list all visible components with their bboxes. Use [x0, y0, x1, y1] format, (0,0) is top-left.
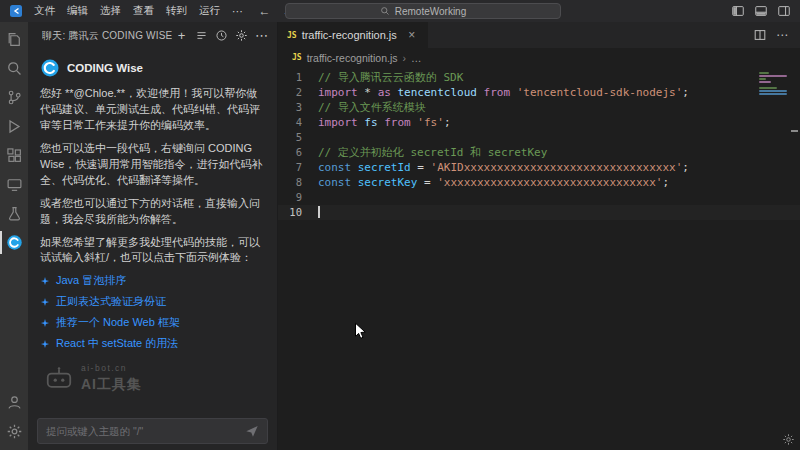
code-line-6[interactable]: 6// 定义并初始化 secretId 和 secretKey: [278, 145, 800, 160]
debug-icon: [6, 118, 23, 135]
code-line-8[interactable]: 8const secretKey = 'xxxxxxxxxxxxxxxxxxxx…: [278, 175, 800, 190]
breadcrumb-separator: ›: [403, 52, 407, 64]
minimap[interactable]: [759, 72, 787, 102]
workbench: 聊天: 腾讯云 CODING WISE +⋯ CODING Wise 您好 **…: [0, 22, 800, 450]
new-chat-button[interactable]: +: [172, 26, 191, 45]
activity-testing[interactable]: [0, 199, 28, 228]
activity-accounts[interactable]: [0, 388, 28, 417]
activity-remote-explorer[interactable]: [0, 170, 28, 199]
code-line-4[interactable]: 4import fs from 'fs';: [278, 115, 800, 130]
tab-traffic-recognition-js[interactable]: JS traffic-recognition.js ×: [278, 22, 428, 48]
menu-选择[interactable]: 选择: [94, 0, 127, 22]
example-link[interactable]: Java 冒泡排序: [40, 273, 265, 289]
example-link[interactable]: React 中 setState 的用法: [40, 336, 265, 352]
nav-back-button[interactable]: ←: [259, 4, 271, 18]
menu-查看[interactable]: 查看: [127, 0, 160, 22]
sidebar-header: 聊天: 腾讯云 CODING WISE +⋯: [28, 22, 277, 49]
chat-history-button[interactable]: [212, 26, 231, 45]
sparkle-icon: [40, 297, 50, 307]
more-actions-button[interactable]: ⋯: [252, 26, 271, 45]
tab-close-icon[interactable]: ×: [405, 28, 419, 42]
title-bar: 文件编辑选择查看转到运行 ⋯ ← → RemoteWorking: [0, 0, 800, 22]
corner-gear-icon[interactable]: [782, 433, 795, 446]
split-editor[interactable]: [750, 25, 770, 45]
code-text: // 定义并初始化 secretId 和 secretKey: [318, 145, 547, 160]
chat-settings-button[interactable]: [232, 26, 251, 45]
chat-body: CODING Wise 您好 **@Chloe.**，欢迎使用！我可以帮你做代码…: [28, 49, 277, 450]
code-text: import * as tencentcloud from 'tencentcl…: [318, 85, 689, 100]
vscode-window: { "colors": { "accent_blue": "#3794ff", …: [0, 0, 800, 450]
text-cursor: [318, 206, 320, 218]
activity-explorer[interactable]: [0, 25, 28, 54]
code-text: [318, 205, 320, 220]
code-area[interactable]: 1// 导入腾讯云云函数的 SDK2import * as tencentclo…: [278, 67, 800, 450]
command-center[interactable]: RemoteWorking: [285, 3, 561, 19]
sparkle-icon: [40, 318, 50, 328]
code-line-10[interactable]: 10: [278, 205, 800, 220]
code-line-9[interactable]: 9: [278, 190, 800, 205]
menu-运行[interactable]: 运行: [193, 0, 226, 22]
example-links: Java 冒泡排序正则表达式验证身份证推荐一个 Node Web 框架React…: [40, 273, 265, 352]
activity-run-debug[interactable]: [0, 112, 28, 141]
source-control-icon: [6, 89, 23, 106]
tab-label: traffic-recognition.js: [302, 29, 397, 41]
chat-paragraph: 或者您也可以通过下方的对话框，直接输入问题，我会尽我所能为你解答。: [40, 196, 265, 228]
menu-overflow-button[interactable]: ⋯: [226, 5, 249, 17]
chat-paragraph: 如果您希望了解更多我处理代码的技能，可以试试输入斜杠/，也可以点击下面示例体验：: [40, 235, 265, 267]
line-number: 7: [278, 160, 318, 175]
activity-search[interactable]: [0, 54, 28, 83]
example-link-label: React 中 setState 的用法: [56, 336, 178, 352]
code-text: // 导入腾讯云云函数的 SDK: [318, 70, 463, 85]
chat-paragraph: 您好 **@Chloe.**，欢迎使用！我可以帮你做代码建议、单元测试生成、代码…: [40, 86, 265, 134]
layout-sidebar-right-icon[interactable]: [773, 2, 794, 20]
chat-sidebar: 聊天: 腾讯云 CODING WISE +⋯ CODING Wise 您好 **…: [28, 22, 278, 450]
line-number: 2: [278, 85, 318, 100]
tab-bar: JS traffic-recognition.js × ⋯: [278, 22, 800, 48]
activity-bar: [0, 22, 28, 450]
code-line-3[interactable]: 3// 导入文件系统模块: [278, 100, 800, 115]
titlebar-layout-controls: [727, 2, 800, 20]
javascript-file-icon: JS: [287, 31, 297, 40]
breadcrumb[interactable]: JS traffic-recognition.js › …: [278, 48, 800, 67]
assistant-name: CODING Wise: [67, 60, 143, 77]
example-link-label: 推荐一个 Node Web 框架: [56, 315, 180, 331]
coding-wise-avatar: [40, 58, 60, 78]
send-icon[interactable]: [245, 424, 259, 438]
activity-coding-wise-chat[interactable]: [0, 228, 28, 257]
example-link[interactable]: 推荐一个 Node Web 框架: [40, 315, 265, 331]
line-number: 9: [278, 190, 318, 205]
search-icon: [380, 6, 390, 16]
breadcrumb-more[interactable]: …: [411, 52, 422, 64]
layout-sidebar-left-icon[interactable]: [727, 2, 748, 20]
line-number: 10: [278, 205, 318, 220]
chat-list-button[interactable]: [192, 26, 211, 45]
menu-编辑[interactable]: 编辑: [61, 0, 94, 22]
activity-settings[interactable]: [0, 417, 28, 446]
menu-转到[interactable]: 转到: [160, 0, 193, 22]
sidebar-header-icons: +⋯: [172, 26, 271, 45]
account-icon: [6, 394, 23, 411]
editor-group: JS traffic-recognition.js × ⋯ JS traffic…: [278, 22, 800, 450]
code-line-1[interactable]: 1// 导入腾讯云云函数的 SDK: [278, 70, 800, 85]
code-text: const secretKey = 'xxxxxxxxxxxxxxxxxxxxx…: [318, 175, 669, 190]
app-logo-icon: [8, 4, 24, 18]
code-line-2[interactable]: 2import * as tencentcloud from 'tencentc…: [278, 85, 800, 100]
breadcrumb-file[interactable]: traffic-recognition.js: [307, 52, 398, 64]
code-line-5[interactable]: 5: [278, 130, 800, 145]
editor-actions: ⋯: [750, 22, 800, 48]
beaker-icon: [6, 205, 23, 222]
activity-source-control[interactable]: [0, 83, 28, 112]
menu-文件[interactable]: 文件: [28, 0, 61, 22]
gear-icon: [6, 423, 23, 440]
example-link[interactable]: 正则表达式验证身份证: [40, 294, 265, 310]
coding-wise-icon: [6, 234, 23, 251]
editor-scrollbar[interactable]: [789, 67, 800, 450]
editor-more-actions-button[interactable]: ⋯: [772, 25, 792, 45]
assistant-header: CODING Wise: [40, 58, 265, 78]
chat-input[interactable]: [46, 425, 245, 437]
code-text: // 导入文件系统模块: [318, 100, 426, 115]
activity-extensions[interactable]: [0, 141, 28, 170]
code-line-7[interactable]: 7const secretId = 'AKIDxxxxxxxxxxxxxxxxx…: [278, 160, 800, 175]
layout-panel-icon[interactable]: [750, 2, 771, 20]
watermark: ai-bot.cn AI工具集: [40, 362, 265, 395]
